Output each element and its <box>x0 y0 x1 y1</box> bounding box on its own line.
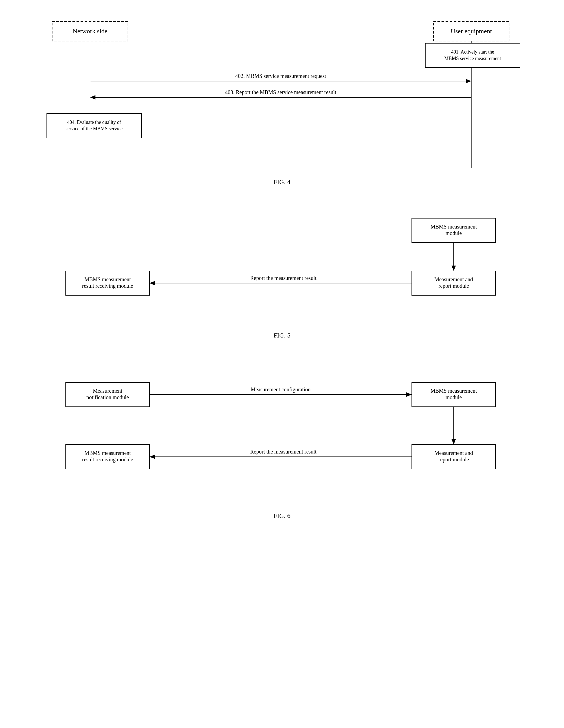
fig6-report-arrow-label: Report the measurement result <box>250 449 317 455</box>
svg-marker-26 <box>150 455 155 459</box>
svg-marker-6 <box>466 79 471 83</box>
page: Network side User equipment 401. Activel… <box>0 0 564 728</box>
fig4-step402-label: 402. MBMS service measurement request <box>235 73 326 79</box>
svg-marker-16 <box>150 281 155 285</box>
fig6-mbms-module-line2: module <box>446 394 462 400</box>
fig4-step401-line1: 401. Actively start the <box>451 49 494 55</box>
fig5-caption: FIG. 5 <box>39 332 525 339</box>
fig4-step404-line1: 404. Evaluate the quality of <box>67 120 121 125</box>
fig4-step401-line2: MBMS service measurement <box>444 56 501 61</box>
fig5-mbms-module-line1: MBMS measurement <box>430 224 477 230</box>
svg-rect-4 <box>425 43 520 68</box>
svg-marker-12 <box>452 266 456 271</box>
fig5-meas-report-line2: report module <box>439 283 469 289</box>
fig6-mbms-module-line1: MBMS measurement <box>430 388 477 394</box>
fig6-config-arrow-label: Measurement configuration <box>251 386 311 393</box>
fig6-caption: FIG. 6 <box>39 512 525 519</box>
fig5-meas-report-line1: Measurement and <box>434 276 473 282</box>
svg-marker-8 <box>90 95 95 100</box>
fig5-result-recv-line2: result receiving module <box>82 283 133 289</box>
fig6-notif-module-line2: notification module <box>86 394 129 400</box>
svg-marker-22 <box>452 439 456 445</box>
fig4-ue-label: User equipment <box>451 28 492 35</box>
fig6-notif-module-line1: Measurement <box>93 388 122 394</box>
fig6-result-recv-line2: result receiving module <box>82 456 133 463</box>
fig5-mbms-module-line2: module <box>446 230 462 236</box>
fig5-result-recv-line1: MBMS measurement <box>84 276 131 282</box>
fig6-meas-report-line2: report module <box>439 456 469 463</box>
fig5-arrow-label: Report the measurement result <box>250 275 317 281</box>
fig4-network-label: Network side <box>73 28 108 35</box>
fig6-meas-report-line1: Measurement and <box>434 450 473 456</box>
fig5-container: MBMS measurement module Measurement and … <box>39 213 525 350</box>
fig6-result-recv-line1: MBMS measurement <box>84 450 131 456</box>
fig4-caption: FIG. 4 <box>39 178 525 186</box>
fig4-step404-line2: service of the MBMS service <box>66 126 123 131</box>
fig6-container: Measurement notification module MBMS mea… <box>39 366 525 530</box>
fig4-step403-label: 403. Report the MBMS service measurement… <box>225 89 336 95</box>
fig4-container: Network side User equipment 401. Activel… <box>39 16 525 197</box>
svg-rect-9 <box>47 114 141 138</box>
svg-marker-20 <box>406 392 412 397</box>
